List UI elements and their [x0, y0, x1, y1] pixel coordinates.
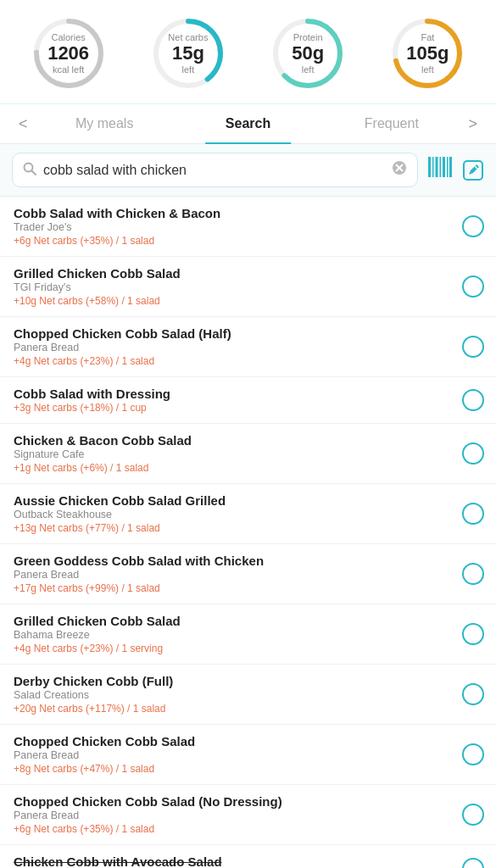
- svg-rect-13: [428, 157, 431, 177]
- result-item[interactable]: Chicken Cobb with Avocado SaladAu Bon Pa…: [0, 845, 496, 868]
- result-content: Chopped Chicken Cobb Salad (Half)Panera …: [14, 326, 454, 367]
- search-icon: [23, 162, 36, 179]
- search-bar-container: [0, 144, 496, 197]
- fat-label-bottom: left: [421, 64, 434, 75]
- result-macros: +6g Net carbs (+35%) / 1 salad: [14, 235, 454, 247]
- result-name: Grilled Chicken Cobb Salad: [14, 266, 454, 281]
- net-carbs-value: 15g: [172, 43, 204, 64]
- result-name: Green Goddess Cobb Salad with Chicken: [14, 554, 454, 568]
- protein-label-bottom: left: [302, 64, 315, 75]
- tab-frequent[interactable]: Frequent: [320, 113, 463, 135]
- result-name: Derby Chicken Cobb (Full): [14, 674, 454, 688]
- calories-circle: Calories 1206 kcal left: [31, 15, 107, 92]
- result-name: Chopped Chicken Cobb Salad: [14, 734, 454, 748]
- protein-value: 50g: [292, 43, 324, 64]
- result-radio-button[interactable]: [462, 804, 484, 826]
- result-macros: +10g Net carbs (+58%) / 1 salad: [14, 295, 454, 307]
- result-radio-button[interactable]: [462, 442, 484, 465]
- result-item[interactable]: Green Goddess Cobb Salad with ChickenPan…: [0, 544, 496, 604]
- search-bar: [12, 153, 418, 187]
- result-name: Grilled Chicken Cobb Salad: [14, 614, 454, 628]
- result-content: Aussie Chicken Cobb Salad GrilledOutback…: [14, 493, 454, 534]
- tab-search[interactable]: Search: [176, 113, 320, 135]
- barcode-icon[interactable]: [426, 155, 454, 185]
- result-radio-button[interactable]: [462, 503, 484, 525]
- result-macros: +17g Net carbs (+99%) / 1 salad: [14, 582, 454, 594]
- calories-value: 1206: [47, 43, 89, 64]
- result-macros: +3g Net carbs (+18%) / 1 cup: [14, 402, 454, 414]
- search-clear-button[interactable]: [392, 160, 407, 180]
- svg-rect-16: [440, 157, 442, 177]
- net-carbs-label-top: Net carbs: [168, 32, 208, 42]
- result-item[interactable]: Chopped Chicken Cobb Salad (Half)Panera …: [0, 317, 496, 377]
- result-item[interactable]: Cobb Salad with Dressing+3g Net carbs (+…: [0, 377, 496, 424]
- result-radio-button[interactable]: [462, 563, 484, 585]
- result-brand: Panera Bread: [14, 569, 454, 581]
- result-brand: Salad Creations: [14, 689, 454, 701]
- result-name: Chicken Cobb with Avocado Salad: [14, 854, 454, 868]
- result-content: Chicken Cobb with Avocado SaladAu Bon Pa…: [14, 854, 454, 868]
- tab-my-meals[interactable]: My meals: [33, 113, 176, 135]
- result-item[interactable]: Grilled Chicken Cobb SaladBahama Breeze+…: [0, 604, 496, 665]
- result-brand: Outback Steakhouse: [14, 509, 454, 520]
- result-macros: +13g Net carbs (+77%) / 1 salad: [14, 522, 454, 534]
- edit-icon[interactable]: [462, 159, 484, 181]
- svg-rect-18: [447, 157, 449, 177]
- result-content: Cobb Salad with Dressing+3g Net carbs (+…: [14, 387, 454, 414]
- result-content: Cobb Salad with Chicken & BaconTrader Jo…: [14, 206, 454, 247]
- result-content: Chicken & Bacon Cobb SaladSignature Cafe…: [14, 433, 454, 474]
- result-content: Derby Chicken Cobb (Full)Salad Creations…: [14, 674, 454, 715]
- result-brand: Signature Cafe: [14, 448, 454, 460]
- result-radio-button[interactable]: [462, 215, 484, 237]
- tab-next-arrow[interactable]: >: [464, 115, 483, 133]
- search-actions: [426, 155, 484, 185]
- net-carbs-circle: Net carbs 15g left: [150, 15, 226, 92]
- protein-label-top: Protein: [293, 32, 323, 42]
- result-macros: +6g Net carbs (+35%) / 1 salad: [14, 823, 454, 835]
- fat-circle: Fat 105g left: [389, 15, 465, 92]
- result-macros: +4g Net carbs (+23%) / 1 salad: [14, 355, 454, 367]
- result-content: Green Goddess Cobb Salad with ChickenPan…: [14, 554, 454, 594]
- result-radio-button[interactable]: [462, 623, 484, 645]
- result-item[interactable]: Chopped Chicken Cobb SaladPanera Bread+8…: [0, 725, 496, 785]
- result-content: Grilled Chicken Cobb SaladTGI Friday's+1…: [14, 266, 454, 307]
- result-macros: +1g Net carbs (+6%) / 1 salad: [14, 462, 454, 474]
- result-item[interactable]: Grilled Chicken Cobb SaladTGI Friday's+1…: [0, 257, 496, 317]
- protein-circle: Protein 50g left: [270, 15, 346, 92]
- result-content: Chopped Chicken Cobb SaladPanera Bread+8…: [14, 734, 454, 775]
- result-name: Chopped Chicken Cobb Salad (Half): [14, 326, 454, 341]
- results-list: Cobb Salad with Chicken & BaconTrader Jo…: [0, 197, 496, 868]
- tab-navigation: < My meals Search Frequent >: [0, 104, 496, 144]
- fat-label-top: Fat: [421, 32, 434, 42]
- result-macros: +4g Net carbs (+23%) / 1 serving: [14, 643, 454, 654]
- tab-prev-arrow[interactable]: <: [14, 115, 33, 133]
- result-radio-button[interactable]: [462, 336, 484, 358]
- result-name: Cobb Salad with Chicken & Bacon: [14, 206, 454, 220]
- result-item[interactable]: Cobb Salad with Chicken & BaconTrader Jo…: [0, 197, 496, 257]
- result-brand: Panera Bread: [14, 342, 454, 353]
- result-item[interactable]: Derby Chicken Cobb (Full)Salad Creations…: [0, 665, 496, 725]
- svg-line-9: [32, 170, 36, 175]
- svg-rect-15: [436, 157, 438, 177]
- result-name: Chopped Chicken Cobb Salad (No Dressing): [14, 794, 454, 809]
- result-macros: +20g Net carbs (+117%) / 1 salad: [14, 703, 454, 715]
- result-content: Grilled Chicken Cobb SaladBahama Breeze+…: [14, 614, 454, 654]
- result-name: Cobb Salad with Dressing: [14, 387, 454, 401]
- svg-rect-17: [443, 157, 445, 177]
- result-brand: Panera Bread: [14, 810, 454, 821]
- calories-label-top: Calories: [51, 32, 85, 42]
- result-brand: Trader Joe's: [14, 221, 454, 233]
- result-radio-button[interactable]: [462, 683, 484, 705]
- search-input[interactable]: [43, 163, 385, 178]
- result-radio-button[interactable]: [462, 858, 484, 868]
- result-radio-button[interactable]: [462, 743, 484, 765]
- result-brand: Bahama Breeze: [14, 629, 454, 641]
- result-item[interactable]: Aussie Chicken Cobb Salad GrilledOutback…: [0, 484, 496, 544]
- result-radio-button[interactable]: [462, 389, 484, 411]
- result-item[interactable]: Chicken & Bacon Cobb SaladSignature Cafe…: [0, 424, 496, 484]
- result-radio-button[interactable]: [462, 275, 484, 298]
- result-macros: +8g Net carbs (+47%) / 1 salad: [14, 763, 454, 775]
- result-item[interactable]: Chopped Chicken Cobb Salad (No Dressing)…: [0, 785, 496, 845]
- result-brand: TGI Friday's: [14, 281, 454, 293]
- result-content: Chopped Chicken Cobb Salad (No Dressing)…: [14, 794, 454, 835]
